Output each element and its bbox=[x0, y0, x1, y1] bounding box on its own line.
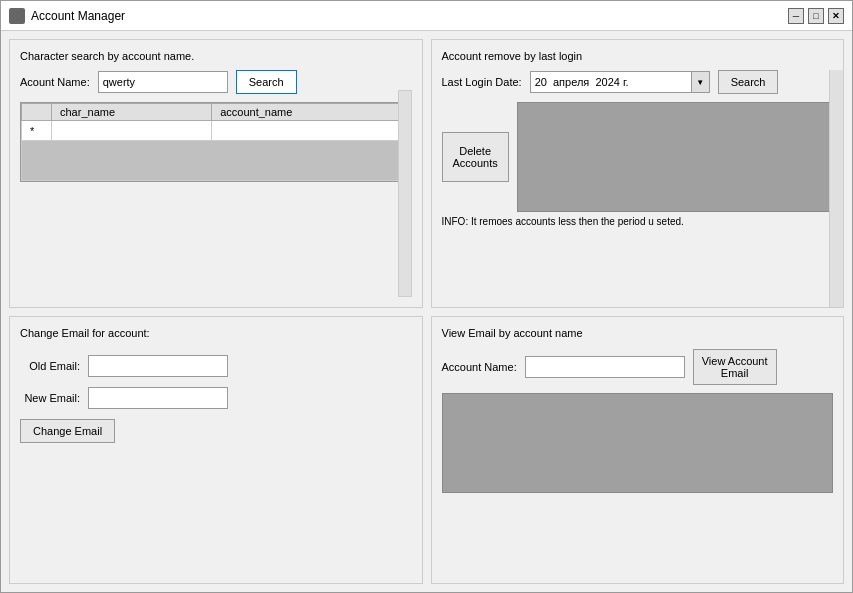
change-email-panel: Change Email for account: Old Email: New… bbox=[9, 316, 423, 585]
maximize-button[interactable]: □ bbox=[808, 8, 824, 24]
right-panel-body: Delete Accounts bbox=[442, 102, 834, 212]
view-email-title: View Email by account name bbox=[442, 327, 834, 339]
table-header-row: char_name account_name bbox=[22, 104, 411, 121]
account-search-button[interactable]: Search bbox=[718, 70, 779, 94]
accounts-display-area bbox=[517, 102, 833, 212]
character-search-button[interactable]: Search bbox=[236, 70, 297, 94]
view-account-name-row: Account Name: View Account Email bbox=[442, 349, 834, 385]
table-col-indicator bbox=[22, 104, 52, 121]
info-text: INFO: It remoes accounts less then the p… bbox=[442, 216, 834, 227]
account-name-input[interactable] bbox=[98, 71, 228, 93]
old-email-input[interactable] bbox=[88, 355, 228, 377]
change-email-title: Change Email for account: bbox=[20, 327, 412, 339]
last-login-row: Last Login Date: ▼ Search bbox=[442, 70, 834, 94]
email-display-area bbox=[442, 393, 834, 493]
character-search-panel: Character search by account name. Acount… bbox=[9, 39, 423, 308]
row-indicator: * bbox=[22, 121, 52, 141]
app-icon bbox=[9, 8, 25, 24]
close-button[interactable]: ✕ bbox=[828, 8, 844, 24]
character-table-container: char_name account_name * bbox=[20, 102, 412, 182]
view-email-form: Account Name: View Account Email bbox=[442, 349, 834, 493]
character-search-title: Character search by account name. bbox=[20, 50, 412, 62]
table-col-char-name: char_name bbox=[52, 104, 212, 121]
date-picker-wrapper: ▼ bbox=[530, 71, 710, 93]
table-empty-row bbox=[22, 141, 411, 181]
window-content: Character search by account name. Acount… bbox=[1, 31, 852, 592]
empty-area bbox=[22, 141, 411, 181]
old-email-label: Old Email: bbox=[20, 360, 80, 372]
old-email-row: Old Email: bbox=[20, 355, 412, 377]
view-account-email-button[interactable]: View Account Email bbox=[693, 349, 777, 385]
table-row: * bbox=[22, 121, 411, 141]
new-email-label: New Email: bbox=[20, 392, 80, 404]
new-email-row: New Email: bbox=[20, 387, 412, 409]
scrollbar[interactable] bbox=[398, 90, 412, 297]
account-name-label: Acount Name: bbox=[20, 76, 90, 88]
account-remove-title: Account remove by last login bbox=[442, 50, 834, 62]
change-email-btn-row: Change Email bbox=[20, 419, 412, 443]
email-form: Old Email: New Email: Change Email bbox=[20, 355, 412, 443]
main-window: Account Manager ─ □ ✕ Character search b… bbox=[0, 0, 853, 593]
character-table: char_name account_name * bbox=[21, 103, 411, 181]
window-title: Account Manager bbox=[31, 9, 788, 23]
title-bar: Account Manager ─ □ ✕ bbox=[1, 1, 852, 31]
row-char-name[interactable] bbox=[52, 121, 212, 141]
view-account-name-label: Account Name: bbox=[442, 361, 517, 373]
right-scrollbar[interactable] bbox=[829, 70, 843, 307]
last-login-label: Last Login Date: bbox=[442, 76, 522, 88]
account-remove-panel: Account remove by last login Last Login … bbox=[431, 39, 845, 308]
row-account-name[interactable] bbox=[212, 121, 410, 141]
view-email-panel: View Email by account name Account Name:… bbox=[431, 316, 845, 585]
calendar-dropdown-button[interactable]: ▼ bbox=[691, 72, 709, 92]
new-email-input[interactable] bbox=[88, 387, 228, 409]
date-input[interactable] bbox=[531, 72, 691, 92]
account-name-row: Acount Name: Search bbox=[20, 70, 412, 94]
delete-accounts-button[interactable]: Delete Accounts bbox=[442, 132, 509, 182]
window-controls: ─ □ ✕ bbox=[788, 8, 844, 24]
change-email-button[interactable]: Change Email bbox=[20, 419, 115, 443]
delete-btn-area: Delete Accounts bbox=[442, 102, 509, 212]
table-col-account-name: account_name bbox=[212, 104, 410, 121]
view-account-name-input[interactable] bbox=[525, 356, 685, 378]
minimize-button[interactable]: ─ bbox=[788, 8, 804, 24]
